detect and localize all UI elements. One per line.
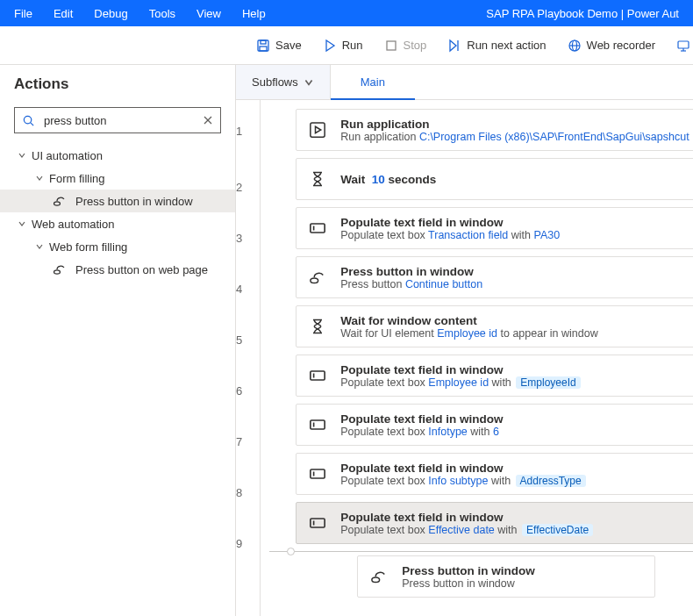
line-number-gutter: 1 2 3 4 5 6 7 8 9 bbox=[236, 100, 261, 616]
step-detail: Populate text box Effective date with Ef… bbox=[340, 524, 595, 536]
menu-items: File Edit Debug Tools View Help bbox=[14, 7, 486, 20]
save-label: Save bbox=[275, 39, 302, 52]
step-title: Wait 10 seconds bbox=[340, 173, 436, 186]
run-label: Run bbox=[342, 39, 363, 52]
step-detail: Populate text box Transaction field with… bbox=[340, 229, 560, 241]
clear-search-icon[interactable] bbox=[203, 115, 213, 125]
menubar: File Edit Debug Tools View Help SAP RPA … bbox=[0, 0, 693, 26]
svg-rect-1 bbox=[261, 40, 266, 44]
run-next-label: Run next action bbox=[467, 39, 546, 52]
menu-view[interactable]: View bbox=[196, 7, 221, 20]
step-detail: Populate text box Employee id with Emplo… bbox=[340, 376, 582, 389]
tree-action-press-button-web[interactable]: Press button on web page bbox=[0, 258, 235, 281]
desktop-icon bbox=[676, 39, 690, 53]
step-detail: Press button Continue button bbox=[340, 278, 482, 290]
tree-label: UI automation bbox=[32, 149, 103, 162]
flow-step[interactable]: Populate text field in window Populate t… bbox=[296, 404, 693, 446]
step-detail: Run application C:\Program Files (x86)\S… bbox=[340, 131, 693, 143]
chevron-down-icon bbox=[16, 151, 28, 160]
textbox-icon bbox=[309, 416, 326, 433]
menu-edit[interactable]: Edit bbox=[54, 7, 73, 20]
chevron-down-icon bbox=[33, 174, 46, 183]
actions-heading: Actions bbox=[0, 65, 235, 107]
play-box-icon bbox=[309, 121, 326, 139]
step-detail: Populate text box Infotype with 6 bbox=[340, 426, 503, 438]
tree-group-web-automation[interactable]: Web automation bbox=[0, 212, 235, 235]
flow-step[interactable]: Populate text field in window Populate t… bbox=[296, 355, 693, 397]
flow-step[interactable]: Populate text field in window Populate t… bbox=[296, 453, 693, 495]
actions-pane: Actions UI automation Form filling Press… bbox=[0, 65, 236, 616]
step-detail: Populate text box Info subtype with Addr… bbox=[340, 475, 587, 487]
textbox-icon bbox=[309, 219, 326, 237]
line-number: 8 bbox=[236, 467, 260, 518]
insertion-marker bbox=[269, 551, 693, 552]
stop-icon bbox=[384, 39, 398, 53]
line-number: 4 bbox=[236, 263, 260, 314]
textbox-icon bbox=[309, 465, 326, 483]
tab-main[interactable]: Main bbox=[331, 65, 415, 99]
tree-action-press-button-window[interactable]: Press button in window bbox=[0, 190, 235, 212]
svg-rect-10 bbox=[678, 41, 689, 48]
press-button-icon bbox=[53, 262, 67, 276]
menu-file[interactable]: File bbox=[14, 7, 32, 20]
chevron-down-icon bbox=[33, 242, 46, 251]
save-button[interactable]: Save bbox=[246, 26, 312, 64]
svg-rect-2 bbox=[260, 47, 267, 51]
flow-step[interactable]: Populate text field in window Populate t… bbox=[296, 207, 693, 249]
step-title: Populate text field in window bbox=[340, 363, 582, 376]
tree-group-web-form-filling[interactable]: Web form filling bbox=[0, 235, 235, 258]
run-next-button[interactable]: Run next action bbox=[437, 26, 556, 64]
flow-step[interactable]: Wait for window content Wait for UI elem… bbox=[296, 305, 693, 347]
flow-step[interactable]: Wait 10 seconds bbox=[296, 158, 693, 200]
tree-group-ui-automation[interactable]: UI automation bbox=[0, 144, 235, 167]
flow-step[interactable]: Press button in window Press button Cont… bbox=[296, 256, 693, 298]
web-recorder-label: Web recorder bbox=[587, 39, 656, 52]
step-title: Populate text field in window bbox=[340, 216, 560, 229]
steps-list: Run application Run application C:\Progr… bbox=[261, 100, 693, 616]
flow-step[interactable]: Populate text field in window Populate t… bbox=[296, 502, 693, 544]
step-title: Populate text field in window bbox=[340, 462, 587, 475]
actions-tree: UI automation Form filling Press button … bbox=[0, 144, 235, 616]
svg-point-13 bbox=[24, 116, 31, 123]
desktop-recorder-button[interactable]: Desktop rec bbox=[666, 26, 693, 64]
flow-step[interactable]: Run application Run application C:\Progr… bbox=[296, 109, 693, 151]
menu-debug[interactable]: Debug bbox=[94, 7, 127, 20]
tree-label: Form filling bbox=[49, 172, 105, 185]
line-number: 6 bbox=[236, 365, 260, 416]
workspace: Actions UI automation Form filling Press… bbox=[0, 65, 693, 616]
search-input[interactable] bbox=[42, 113, 196, 128]
svg-point-17 bbox=[54, 202, 61, 205]
web-recorder-button[interactable]: Web recorder bbox=[557, 26, 667, 64]
step-title: Wait for window content bbox=[340, 314, 597, 327]
step-title: Populate text field in window bbox=[340, 511, 595, 524]
tree-label: Web form filling bbox=[49, 240, 127, 254]
tree-group-form-filling[interactable]: Form filling bbox=[0, 167, 235, 190]
step-title: Populate text field in window bbox=[340, 412, 503, 426]
svg-rect-4 bbox=[387, 41, 396, 50]
save-icon bbox=[256, 39, 270, 53]
stop-label: Stop bbox=[404, 39, 427, 52]
line-number: 2 bbox=[236, 161, 260, 212]
search-box[interactable] bbox=[14, 107, 221, 133]
hourglass-icon bbox=[309, 318, 326, 335]
flow-step-inserting[interactable]: Press button in window Press button in w… bbox=[357, 555, 655, 598]
chevron-down-icon bbox=[304, 77, 314, 88]
subflows-dropdown[interactable]: Subflows bbox=[236, 65, 331, 99]
menu-help[interactable]: Help bbox=[242, 7, 266, 20]
svg-line-14 bbox=[31, 122, 33, 125]
tab-label: Main bbox=[361, 75, 385, 89]
stop-button: Stop bbox=[374, 26, 438, 64]
step-title: Press button in window bbox=[340, 265, 482, 278]
svg-point-18 bbox=[54, 270, 61, 274]
step-detail: Wait for UI element Employee id to appea… bbox=[340, 327, 597, 340]
flow-body: 1 2 3 4 5 6 7 8 9 Run application Run ap… bbox=[236, 100, 693, 616]
play-next-icon bbox=[447, 39, 461, 53]
play-icon bbox=[323, 39, 337, 53]
tree-label: Press button in window bbox=[75, 195, 193, 208]
document-title: SAP RPA Playbook Demo | Power Aut bbox=[486, 7, 679, 20]
tab-strip: Subflows Main bbox=[236, 65, 693, 100]
run-button[interactable]: Run bbox=[312, 26, 374, 64]
line-number: 7 bbox=[236, 416, 260, 467]
search-icon bbox=[22, 114, 35, 127]
menu-tools[interactable]: Tools bbox=[149, 7, 175, 20]
